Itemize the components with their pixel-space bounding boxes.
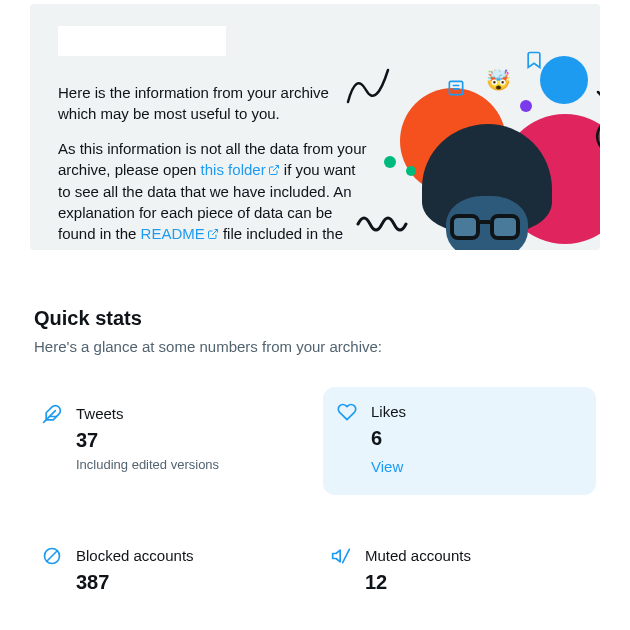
stat-label: Tweets	[76, 403, 219, 424]
external-link-icon	[268, 160, 280, 181]
external-link-icon	[207, 224, 219, 245]
stat-label: Likes	[371, 401, 406, 422]
stat-blocked: Blocked accounts 387	[34, 535, 307, 608]
person-illustration	[418, 120, 558, 250]
svg-line-8	[47, 551, 57, 561]
intro-p2: As this information is not all the data …	[58, 138, 368, 250]
stat-label: Blocked accounts	[76, 545, 194, 566]
mute-icon	[331, 546, 351, 571]
stat-tweets: Tweets 37 Including edited versions	[34, 393, 307, 495]
stat-value: 387	[76, 568, 194, 596]
svg-line-1	[212, 230, 218, 236]
view-likes-link[interactable]: View	[371, 456, 403, 477]
svg-marker-9	[333, 550, 341, 562]
svg-rect-2	[449, 81, 462, 94]
stat-muted: Muted accounts 12	[323, 535, 596, 608]
mind-blown-emoji-icon: 🤯	[486, 66, 511, 94]
this-folder-link[interactable]: this folder	[201, 161, 280, 178]
svg-line-0	[273, 166, 279, 172]
stat-label: Muted accounts	[365, 545, 471, 566]
quick-stats-sub: Here's a glance at some numbers from you…	[34, 336, 596, 357]
feather-icon	[42, 404, 62, 429]
stat-value: 6	[371, 424, 406, 452]
intro-panel: Here is the information from your archiv…	[30, 4, 600, 250]
quick-stats-title: Quick stats	[34, 304, 596, 332]
note-icon	[446, 78, 466, 103]
stat-likes[interactable]: Likes 6 View	[323, 387, 596, 495]
stat-value: 12	[365, 568, 471, 596]
stat-value: 37	[76, 426, 219, 454]
hero-placeholder	[58, 26, 226, 56]
hero-illustration: 🤯	[360, 4, 600, 250]
quick-stats-section: Quick stats Here's a glance at some numb…	[30, 304, 600, 630]
stat-extra: Including edited versions	[76, 456, 219, 474]
svg-line-10	[343, 549, 350, 562]
stats-grid: Tweets 37 Including edited versions Like…	[34, 393, 596, 630]
intro-p1: Here is the information from your archiv…	[58, 82, 368, 124]
bookmark-icon	[524, 50, 544, 75]
heart-icon	[337, 402, 357, 427]
readme-link[interactable]: README	[141, 225, 219, 242]
block-icon	[42, 546, 62, 571]
